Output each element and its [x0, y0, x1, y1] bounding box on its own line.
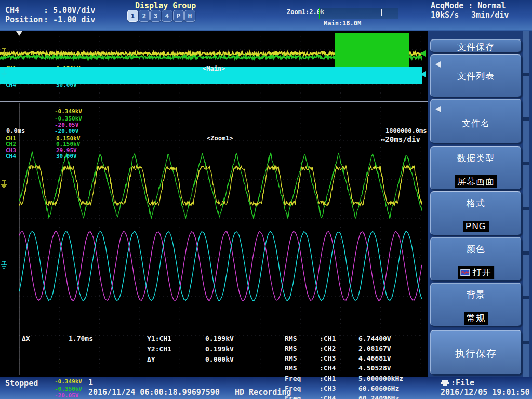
display-group-button-p[interactable]: P — [173, 10, 184, 22]
soft-key-menu: 文件保存 文件列表 文件名 数据类型 屏幕画面 格式 PNG 颜色 打开 背景 … — [428, 31, 532, 377]
menu-button-value: 常规 — [464, 312, 488, 325]
status-bar: Stopped 1 2016/11/24 06:00:18.99697590 H… — [0, 377, 532, 399]
menu-button-label: 文件名 — [431, 117, 521, 129]
menu-button-value: PNG — [463, 221, 489, 232]
menu-button-color[interactable]: 颜色 打开 — [430, 237, 522, 281]
zoom-position-bar[interactable] — [319, 8, 398, 19]
main-ch4-label: CH4 — [6, 82, 16, 88]
menu-button-label: 颜色 — [431, 243, 521, 255]
channel-position-value: : -1.00 div — [44, 16, 95, 24]
file-indicator-label: :File — [451, 379, 474, 388]
menu-button-file-name[interactable]: 文件名 — [430, 99, 522, 143]
display-group-button-4[interactable]: 4 — [162, 10, 172, 22]
waveform-display: CH1 0.150kV CH2 0.150kV CH3 29.95V CH4 3… — [0, 31, 428, 377]
printer-icon — [441, 379, 449, 387]
left-arrow-icon — [435, 106, 441, 112]
header-bar: CH4 : 5.00V/div Position : -1.00 div Dis… — [0, 0, 532, 31]
acquisition-state: Stopped — [5, 380, 38, 388]
display-group-label: Display Group — [135, 2, 196, 10]
time-per-div: 3min/div — [471, 11, 509, 20]
left-arrow-icon — [435, 61, 441, 68]
menu-button-value-wrap: 打开 — [458, 266, 494, 279]
menu-button-format[interactable]: 格式 PNG — [430, 191, 522, 235]
acq-mode: AcqMode : Normal — [431, 2, 506, 10]
menu-button-background[interactable]: 背景 常规 — [430, 283, 522, 326]
menu-title-file-save[interactable]: 文件保存 — [430, 39, 522, 52]
display-group-button-2[interactable]: 2 — [139, 10, 150, 22]
menu-button-label: 执行保存 — [431, 347, 521, 361]
color-preview-icon — [460, 269, 470, 276]
menu-button-value: 打开 — [473, 268, 491, 277]
channel-position-label: Position — [5, 16, 43, 24]
acquisition-timestamp: 2016/11/24 06:00:18.99697590 — [88, 389, 220, 397]
system-clock: 2016/12/05 19:01:50 — [441, 389, 530, 397]
display-group-button-h[interactable]: H — [184, 10, 195, 22]
menu-button-label: 背景 — [431, 289, 521, 301]
oscilloscope-screen: CH4 : 5.00V/div Position : -1.00 div Dis… — [0, 0, 532, 399]
recording-status: HD Recording — [235, 389, 291, 397]
sample-rate: 10kS/s — [431, 11, 459, 20]
main-record-label: Main:18.0M — [324, 20, 361, 27]
menu-button-execute-save[interactable]: 执行保存 — [430, 330, 522, 375]
menu-title-label: 文件保存 — [431, 41, 521, 53]
menu-button-value: 屏幕画面 — [455, 175, 497, 188]
display-group-button-3[interactable]: 3 — [150, 10, 161, 22]
display-group-button-1[interactable]: 1 — [127, 10, 138, 22]
menu-button-file-list[interactable]: 文件列表 — [430, 54, 522, 97]
channel-name: CH4 — [5, 7, 19, 15]
menu-button-label: 数据类型 — [431, 152, 521, 164]
soft-key-edge-strip — [523, 31, 529, 377]
menu-button-data-type[interactable]: 数据类型 屏幕画面 — [430, 146, 522, 190]
main-ch4-value: 30.00V — [56, 82, 77, 88]
acquisition-count: 1 — [88, 379, 93, 387]
zoom-bar-cursor[interactable] — [381, 9, 382, 16]
menu-button-label: 文件列表 — [431, 70, 521, 82]
zoom-bar-trace — [320, 14, 397, 14]
channel-scale: : 5.00V/div — [44, 7, 95, 15]
menu-button-label: 格式 — [431, 197, 521, 209]
